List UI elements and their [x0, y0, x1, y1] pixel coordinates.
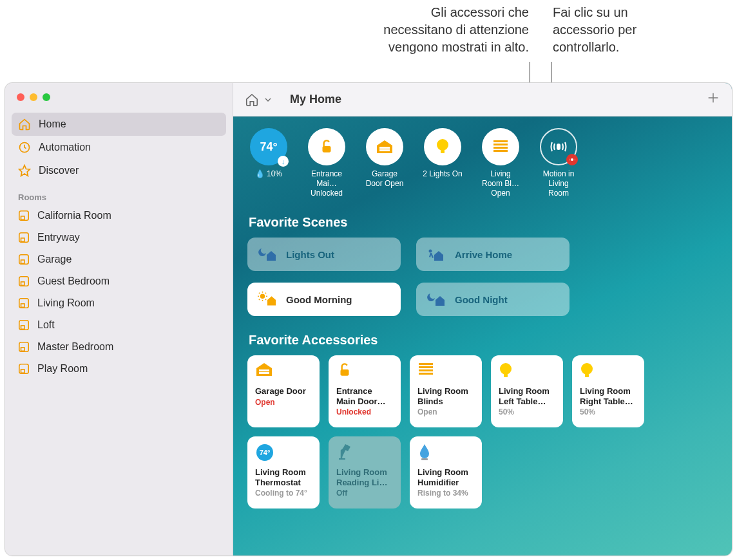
weather-temp: 74° — [260, 140, 277, 154]
accessory-name: Entrance Main Door… — [336, 386, 393, 406]
status-label: Entrance Mai… Unlocked — [305, 169, 348, 198]
svg-rect-43 — [419, 366, 433, 368]
sidebar-rooms-list: California RoomEntrywayGarageGuest Bedro… — [5, 205, 233, 380]
status-tile[interactable]: Garage Door Open — [363, 128, 406, 198]
window-controls — [5, 83, 233, 107]
accessory-state: Rising to 34% — [417, 489, 474, 498]
svg-rect-49 — [585, 374, 589, 377]
svg-rect-11 — [21, 304, 24, 307]
sidebar-item-discover[interactable]: Discover — [12, 159, 226, 182]
scene-label: Arrive Home — [455, 249, 512, 260]
favorite-scenes-title: Favorite Scenes — [249, 215, 718, 230]
accessory-state: 50% — [499, 407, 555, 416]
sidebar-room-item[interactable]: Master Bedroom — [5, 336, 233, 358]
svg-line-37 — [259, 299, 260, 300]
sun-house-icon — [258, 291, 277, 308]
callout-click: Fai clic su un accessorio per controllar… — [553, 4, 675, 56]
svg-line-36 — [265, 299, 266, 300]
accessory-name: Living Room Reading Li… — [336, 467, 393, 487]
scene-label: Good Night — [455, 294, 508, 305]
blinds-icon — [482, 128, 519, 165]
accessory-state: Open — [417, 407, 474, 416]
room-label: California Room — [37, 210, 111, 221]
sidebar-room-item[interactable]: Guest Bedroom — [5, 270, 233, 292]
accessory-name: Living Room Right Table… — [580, 386, 636, 406]
svg-rect-9 — [21, 282, 24, 285]
status-row: 74° ↓ 💧10% Entrance Mai… UnlockedGarage … — [247, 128, 718, 198]
garage-icon — [255, 362, 312, 382]
sidebar-label-home: Home — [39, 118, 66, 130]
main-content: My Home 74° ↓ 💧10% Entrance Mai… Unloc — [233, 83, 732, 555]
svg-rect-40 — [259, 372, 269, 374]
svg-rect-20 — [379, 149, 390, 151]
status-tile[interactable]: Living Room Bl… Open — [479, 128, 522, 198]
sidebar-room-item[interactable]: Loft — [5, 314, 233, 336]
scene-tile[interactable]: Good Morning — [247, 283, 401, 316]
status-tile[interactable]: Motion in Living Room — [537, 128, 580, 198]
accessory-tile[interactable]: Living Room Right Table… 50% — [572, 355, 644, 427]
accessory-tile[interactable]: Entrance Main Door… Unlocked — [329, 355, 401, 427]
toolbar: My Home — [233, 83, 732, 117]
alert-badge-icon — [566, 154, 578, 165]
status-label: Garage Door Open — [363, 169, 406, 189]
zoom-window-button[interactable] — [43, 93, 50, 101]
sidebar-room-item[interactable]: Entryway — [5, 227, 233, 248]
accessory-tile[interactable]: Living Room Reading Li… Off — [329, 436, 401, 509]
moon-house-icon — [426, 291, 446, 308]
sidebar: Home Automation Discover Rooms Californi… — [5, 83, 233, 555]
sidebar-label-discover: Discover — [39, 165, 79, 176]
accessory-state: Cooling to 74° — [255, 489, 312, 498]
accessory-tile[interactable]: Garage Door Open — [247, 355, 320, 427]
svg-line-38 — [265, 293, 266, 294]
favorite-accessories-title: Favorite Accessories — [249, 333, 718, 348]
scene-tile[interactable]: Lights Out — [247, 238, 401, 271]
status-tile[interactable]: 2 Lights On — [421, 128, 464, 198]
svg-rect-39 — [259, 369, 269, 371]
sidebar-item-automation[interactable]: Automation — [12, 136, 226, 159]
svg-rect-27 — [557, 144, 560, 150]
drop-icon: 💧 — [255, 169, 265, 179]
accessory-state: Open — [255, 398, 312, 407]
minimize-window-button[interactable] — [30, 93, 37, 101]
accessory-tile[interactable]: Living Room Blinds Open — [410, 355, 482, 427]
room-icon — [18, 319, 30, 331]
svg-rect-41 — [341, 369, 349, 376]
svg-rect-25 — [493, 147, 508, 149]
svg-point-29 — [429, 250, 432, 253]
sidebar-room-item[interactable]: Garage — [5, 248, 233, 270]
accessory-name: Living Room Humidifier — [417, 467, 474, 487]
page-title: My Home — [290, 93, 341, 106]
sidebar-room-item[interactable]: Living Room — [5, 292, 233, 314]
room-label: Guest Bedroom — [37, 275, 110, 287]
accessory-tile[interactable]: Living Room Left Table… 50% — [491, 355, 563, 427]
sidebar-room-item[interactable]: California Room — [5, 205, 233, 227]
accessory-name: Garage Door — [255, 386, 312, 397]
status-weather[interactable]: 74° ↓ 💧10% — [247, 128, 290, 198]
svg-rect-19 — [379, 147, 390, 149]
close-window-button[interactable] — [17, 93, 24, 101]
accessory-tile[interactable]: 74° Living Room Thermostat Cooling to 74… — [247, 436, 320, 509]
svg-rect-5 — [21, 238, 24, 241]
app-window: Home Automation Discover Rooms Californi… — [5, 82, 732, 556]
scenes-list: Lights OutArrive HomeGood MorningGood Ni… — [247, 238, 582, 316]
sidebar-item-home[interactable]: Home — [12, 113, 226, 136]
room-icon — [18, 210, 30, 221]
lock-open-icon — [308, 128, 345, 165]
sidebar-room-item[interactable]: Play Room — [5, 358, 233, 380]
svg-point-30 — [260, 294, 265, 299]
weather-humidity: 💧10% — [247, 169, 290, 179]
add-button[interactable] — [706, 91, 720, 109]
svg-rect-47 — [504, 374, 508, 377]
svg-point-21 — [437, 139, 448, 151]
status-tile[interactable]: Entrance Mai… Unlocked — [305, 128, 348, 198]
home-dropdown[interactable] — [245, 93, 273, 107]
scene-tile[interactable]: Good Night — [416, 283, 570, 316]
svg-marker-1 — [19, 165, 30, 176]
svg-rect-23 — [493, 140, 508, 142]
svg-text:74°: 74° — [260, 449, 271, 456]
accessory-tile[interactable]: Living Room Humidifier Rising to 34% — [410, 436, 482, 509]
lamp-icon — [336, 443, 393, 463]
room-icon — [18, 341, 30, 353]
scene-tile[interactable]: Arrive Home — [416, 238, 570, 271]
room-label: Living Room — [37, 297, 95, 309]
